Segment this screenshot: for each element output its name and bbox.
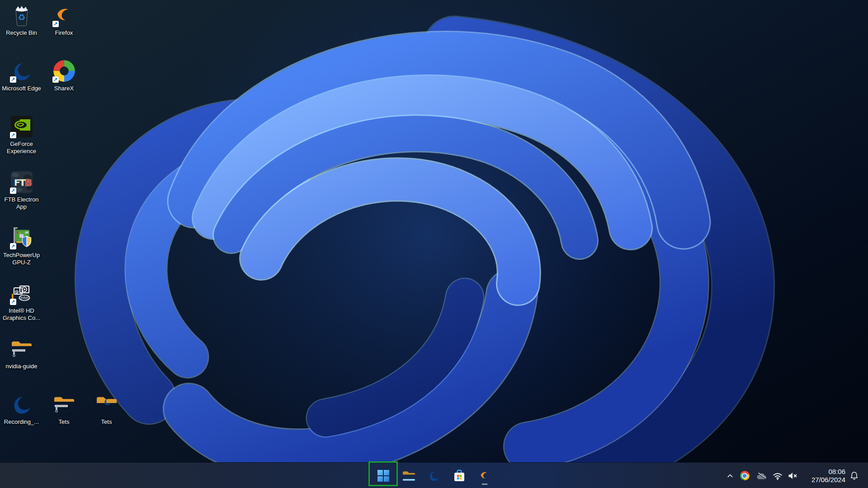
desktop-icon-label: Firefox (55, 29, 73, 37)
clock[interactable]: 08:06 27/06/2024 (804, 468, 845, 484)
desktop-icon-firefox[interactable]: ↗ Firefox (42, 3, 85, 57)
desktop-icon-intel-hd-graphics[interactable]: 8 intel ↗ Intel® HD Graphics Co... (0, 281, 43, 335)
clock-time: 08:06 (804, 468, 845, 476)
onedrive-offline-cloud-icon (756, 472, 767, 480)
gpu-z-icon: ↗ (9, 225, 34, 250)
svg-text:intel: intel (20, 296, 28, 300)
shortcut-arrow-badge: ↗ (10, 243, 16, 249)
volume-muted-icon (787, 471, 798, 480)
desktop-icon-label: Recycle Bin (6, 29, 37, 37)
file-explorer-button[interactable] (399, 466, 419, 486)
wifi-icon (773, 471, 783, 480)
desktop-icon-techpowerup-gpu-z[interactable]: ↗ TechPowerUp GPU-Z (0, 225, 43, 279)
shortcut-arrow-badge: ↗ (52, 21, 59, 27)
svg-text:B: B (25, 177, 32, 188)
shortcut-arrow-badge: ↗ (10, 188, 16, 194)
desktop-icon-recycle-bin[interactable]: ♻ Recycle Bin (0, 3, 43, 57)
wallpaper-windows-11-bloom (0, 0, 868, 488)
intel-hd-graphics-icon: 8 intel ↗ (9, 281, 34, 306)
desktop-icon-label: nvidia-guide (5, 363, 37, 370)
firefox-icon (478, 469, 491, 482)
desktop-icon-microsoft-edge[interactable]: ↗ Microsoft Edge (0, 58, 43, 113)
edge-icon (428, 469, 440, 482)
recycle-bin-icon: ♻ (9, 3, 34, 28)
firefox-taskbar-button[interactable] (475, 466, 495, 486)
onedrive-tray-button[interactable] (753, 467, 770, 485)
ftb-app-icon: F T B ↗ (9, 169, 34, 195)
desktop-icon-label: TechPowerUp GPU-Z (0, 252, 43, 266)
start-button[interactable] (373, 466, 393, 486)
google-chrome-icon (740, 471, 750, 480)
desktop-icon-ftb-electron-app[interactable]: F T B ↗ FTB Electron App (0, 169, 43, 224)
notifications-button[interactable] (845, 467, 863, 485)
folder-with-content-icon (94, 392, 119, 417)
desktop-icon-recording[interactable]: Recording_... (0, 392, 43, 446)
running-app-indicator (482, 483, 488, 485)
windows-start-icon (377, 470, 389, 482)
desktop-icon-nvidia-guide[interactable]: nvidia-guide (0, 336, 43, 390)
file-explorer-icon (402, 469, 415, 483)
desktop-icon-label: Intel® HD Graphics Co... (0, 307, 43, 321)
desktop-icon-label: Microsoft Edge (2, 85, 41, 92)
desktop-icon-label: Tets (101, 418, 112, 426)
taskbar-center-buttons (373, 463, 495, 488)
shortcut-arrow-badge: ↗ (10, 132, 16, 138)
microsoft-store-icon (453, 469, 466, 483)
edge-icon: ↗ (9, 58, 34, 84)
desktop-icon-label: ShareX (54, 85, 74, 92)
desktop-icon-label: GeForce Experience (0, 141, 43, 155)
zip-folder-icon (52, 392, 76, 417)
shortcut-arrow-badge: ↗ (10, 299, 16, 305)
svg-text:♻: ♻ (18, 12, 25, 22)
hidden-icons-button[interactable] (724, 467, 736, 485)
desktop-icon-sharex[interactable]: ↗ ShareX (42, 58, 85, 113)
shortcut-arrow-badge: ↗ (52, 76, 59, 83)
desktop-icon-tets-folder[interactable]: Tets (85, 392, 128, 446)
desktop-icon-label: Recording_... (4, 418, 39, 426)
zip-folder-icon (9, 336, 34, 361)
bell-icon (849, 471, 859, 481)
firefox-icon: ↗ (52, 3, 76, 28)
chevron-up-icon (726, 472, 734, 479)
desktop-icon-geforce-experience[interactable]: ↗ GeForce Experience (0, 114, 43, 168)
sharex-icon: ↗ (52, 58, 76, 84)
desktop-icon-tets-zip[interactable]: Tets (42, 392, 85, 446)
taskbar: 08:06 27/06/2024 (0, 462, 868, 488)
google-chrome-tray-button[interactable] (736, 467, 753, 485)
shortcut-arrow-badge: ↗ (10, 76, 16, 83)
geforce-experience-icon: ↗ (9, 114, 34, 139)
svg-text:8: 8 (16, 291, 17, 293)
microsoft-store-button[interactable] (449, 466, 469, 486)
system-tray: 08:06 27/06/2024 (724, 463, 868, 488)
volume-tray-button[interactable] (785, 467, 800, 485)
desktop-icon-label: FTB Electron App (0, 196, 43, 210)
edge-taskbar-button[interactable] (424, 466, 444, 486)
edge-file-icon (9, 392, 34, 417)
network-tray-button[interactable] (770, 467, 785, 485)
windows-desktop: { "wallpaper": { "theme": "windows-11-bl… (0, 0, 868, 488)
desktop-icon-label: Tets (59, 418, 70, 426)
clock-date: 27/06/2024 (804, 476, 845, 484)
